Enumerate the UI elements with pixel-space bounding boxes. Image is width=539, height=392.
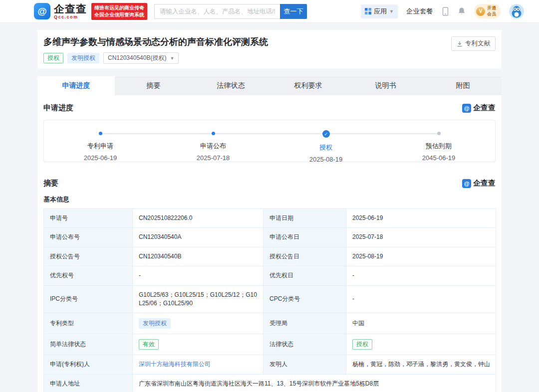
- field-label: 申请日期: [264, 209, 346, 228]
- timeline-step-expiry: 预估到期2045-06-19: [382, 120, 495, 162]
- status-badge: 发明授权: [139, 318, 171, 329]
- vip-label-line1: 开通: [487, 5, 496, 11]
- apps-menu-label: 应用: [374, 7, 387, 16]
- vip-crown-icon: V: [476, 7, 485, 16]
- field-value: 中国: [346, 313, 496, 334]
- apps-menu[interactable]: 应用 ▼: [361, 4, 398, 18]
- timeline-dot: [99, 132, 102, 135]
- qcc-watermark-text: 企查查: [473, 103, 496, 113]
- field-value: G10L25/63；G10L25/15；G10L25/12；G10L25/06；…: [133, 285, 264, 313]
- field-value: CN120340540B: [133, 247, 264, 266]
- timeline-step-apply: 专利申请2025-06-19: [44, 120, 157, 162]
- grid-icon: [365, 8, 371, 14]
- progress-timeline: 专利申请2025-06-19申请公布2025-07-18✓授权2025-08-1…: [43, 120, 496, 162]
- tabs: 申请进度摘要法律状态权利要求说明书附图: [37, 76, 502, 95]
- step-label: 申请公布: [200, 142, 226, 151]
- tab-claims[interactable]: 权利要求: [270, 76, 347, 95]
- field-value: 广东省深圳市南山区粤海街道滨海社区海天一路11、13、15号深圳市软件产业基地5…: [133, 374, 496, 392]
- search-button[interactable]: 查一下: [280, 4, 307, 19]
- field-label: 申请号: [44, 209, 133, 228]
- table-row: 授权公告号CN120340540B授权公告日2025-08-19: [44, 247, 496, 266]
- qcc-watermark-icon: @: [462, 179, 471, 188]
- step-label: 预估到期: [426, 142, 452, 151]
- mobile-app-icon[interactable]: [442, 7, 449, 16]
- table-row: 申请(专利权)人深圳十方融海科技有限公司发明人杨楠，黄冠，陈劲，邓子涵，黎洪勇，…: [44, 355, 496, 374]
- qcc-logo[interactable]: @ 企查查 Qcc.com 缔造有远见的商业传奇 全国企业信用查询系统: [34, 3, 147, 20]
- table-row: 申请公布号CN120340540A申请公布日2025-07-18: [44, 228, 496, 247]
- field-value: 2025-08-19: [346, 247, 496, 266]
- patent-title: 多维声学参数与情感场景动态分析的声音标准化评测系统: [43, 36, 496, 48]
- tab-progress[interactable]: 申请进度: [37, 76, 115, 95]
- field-value: 深圳十方融海科技有限公司: [133, 355, 264, 374]
- tab-drawings[interactable]: 附图: [424, 76, 502, 95]
- field-value: CN202510822206.0: [133, 209, 264, 228]
- tab-abstract[interactable]: 摘要: [115, 76, 192, 95]
- field-value: 授权: [346, 334, 496, 355]
- field-value: 2025-06-19: [346, 209, 496, 228]
- field-label: 法律状态: [264, 334, 346, 355]
- search-bar: 查一下: [154, 4, 307, 19]
- table-row: 申请人地址广东省深圳市南山区粤海街道滨海社区海天一路11、13、15号深圳市软件…: [44, 374, 496, 392]
- table-row: 优先权号-优先权日-: [44, 266, 496, 285]
- caret-down-icon: ▼: [170, 56, 174, 61]
- patent-type-badge: 发明授权: [67, 53, 99, 63]
- user-avatar[interactable]: [509, 4, 524, 19]
- content-panel: 申请进度 @ 企查查 专利申请2025-06-19申请公布2025-07-18✓…: [37, 95, 502, 392]
- timeline-step-publish: 申请公布2025-07-18: [157, 120, 270, 162]
- notifications-bell-icon[interactable]: [458, 7, 466, 15]
- field-value: 2025-07-18: [346, 228, 496, 247]
- field-label: 发明人: [264, 355, 346, 374]
- field-label: 受理局: [264, 313, 346, 334]
- main-card: 多维声学参数与情感场景动态分析的声音标准化评测系统 授权 发明授权 CN1203…: [37, 30, 502, 392]
- field-value: -: [133, 266, 264, 285]
- field-label: 专利类型: [44, 313, 133, 334]
- top-bar: @ 企查查 Qcc.com 缔造有远见的商业传奇 全国企业信用查询系统 查一下 …: [0, 0, 539, 23]
- qcc-slogan-badge: 缔造有远见的商业传奇 全国企业信用查询系统: [91, 3, 147, 20]
- field-label: 授权公告日: [264, 247, 346, 266]
- qcc-logo-text: 企查查: [54, 3, 87, 14]
- patent-number-select[interactable]: CN120340540B(授权) ▼: [103, 52, 179, 64]
- status-badge: 授权: [43, 53, 63, 63]
- qcc-watermark: @ 企查查: [462, 179, 496, 188]
- open-vip-button[interactable]: V 开通 会员: [474, 4, 501, 18]
- qcc-watermark-text: 企查查: [473, 179, 496, 188]
- tab-legal-status[interactable]: 法律状态: [192, 76, 270, 95]
- timeline-dot: [437, 132, 441, 135]
- qcc-watermark-icon: @: [462, 104, 471, 113]
- slogan-line1: 缔造有远见的商业传奇: [94, 4, 144, 11]
- caret-down-icon: ▼: [389, 9, 394, 14]
- search-input[interactable]: [154, 4, 280, 19]
- patent-document-label: 专利文献: [465, 39, 490, 48]
- step-date: 2045-06-19: [422, 154, 456, 162]
- basic-info-table-body: 申请号CN202510822206.0申请日期2025-06-19申请公布号CN…: [44, 209, 496, 392]
- field-label: 申请公布日: [264, 228, 346, 247]
- qcc-logo-domain: Qcc.com: [54, 15, 87, 19]
- field-label: 申请公布号: [44, 228, 133, 247]
- field-label: 优先权日: [264, 266, 346, 285]
- patent-document-button[interactable]: 专利文献: [451, 36, 496, 51]
- abstract-section-title: 摘要: [43, 179, 58, 188]
- status-badge: 有效: [139, 339, 159, 350]
- timeline-steps: 专利申请2025-06-19申请公布2025-07-18✓授权2025-08-1…: [44, 120, 495, 162]
- tab-description[interactable]: 说明书: [347, 76, 424, 95]
- table-row: 申请号CN202510822206.0申请日期2025-06-19: [44, 209, 496, 228]
- vip-label-line2: 会员: [487, 11, 496, 17]
- applicant-link[interactable]: 深圳十方融海科技有限公司: [139, 361, 211, 368]
- top-right-nav: 应用 ▼ 企业套餐 V 开通 会员: [361, 4, 524, 19]
- timeline-dot: [212, 132, 215, 135]
- field-label: 申请(专利权)人: [44, 355, 133, 374]
- step-label: 授权: [319, 143, 332, 152]
- basic-info-table: 申请号CN202510822206.0申请日期2025-06-19申请公布号CN…: [43, 208, 496, 392]
- table-row: IPC分类号G10L25/63；G10L25/15；G10L25/12；G10L…: [44, 285, 496, 313]
- field-value: 发明授权: [133, 313, 264, 334]
- basic-info-subtitle: 基本信息: [43, 195, 496, 204]
- field-label: IPC分类号: [44, 285, 133, 313]
- check-circle-icon: ✓: [322, 130, 330, 138]
- field-label: 优先权号: [44, 266, 133, 285]
- field-value: 有效: [133, 334, 264, 355]
- step-date: 2025-08-19: [309, 156, 343, 163]
- patent-number-value: CN120340540B(授权): [108, 54, 166, 62]
- enterprise-package-link[interactable]: 企业套餐: [406, 7, 433, 16]
- step-date: 2025-06-19: [84, 154, 117, 162]
- step-label: 专利申请: [87, 142, 113, 151]
